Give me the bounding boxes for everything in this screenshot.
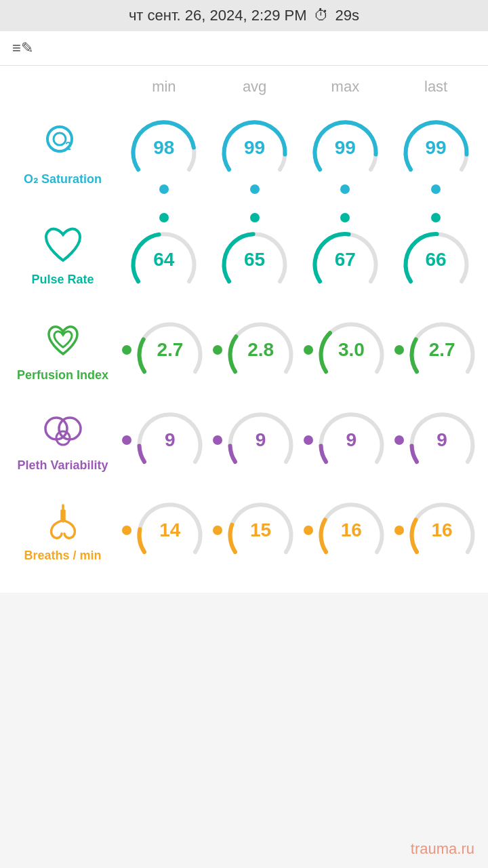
datetime-text: чт сент. 26, 2024, 2:29 PM [129, 7, 307, 24]
perfusion-name: Perfusion Index [17, 368, 108, 382]
pulse-max-value: 67 [335, 249, 356, 271]
pulse-icon [39, 221, 87, 269]
col-last: last [390, 78, 481, 96]
pleth-avg-gauge: 9 [213, 404, 296, 475]
o2-max-dot [340, 184, 350, 194]
perfusion-icon [39, 317, 87, 364]
pleth-max-dot [304, 435, 313, 445]
pulse-avg-dot-top [250, 213, 260, 222]
pleth-last-gauge: 9 [394, 404, 478, 475]
pulse-max-dot-top [340, 213, 350, 222]
breaths-last-gauge-svg: 16 [407, 494, 478, 566]
pleth-avg-value: 9 [256, 429, 266, 451]
breaths-min-value: 14 [159, 519, 180, 541]
pulse-avg-value: 65 [244, 249, 265, 271]
pulse-label: Pulse Rate [7, 221, 119, 287]
perfusion-last-gauge: 2.7 [394, 314, 478, 385]
pleth-last-gauge-svg: 9 [407, 404, 478, 475]
perfusion-min-gauge: 2.7 [122, 314, 205, 385]
pleth-min-value: 9 [165, 429, 176, 451]
o2-max-value: 99 [335, 137, 356, 159]
pulse-gauges: 64 65 [119, 213, 481, 295]
o2-avg-dot [250, 184, 260, 194]
perfusion-gauges: 2.7 2.8 [119, 314, 481, 385]
pleth-last-dot [394, 435, 404, 445]
breaths-gauges: 14 15 [119, 494, 481, 566]
perfusion-max-gauge-svg: 3.0 [316, 314, 387, 385]
pulse-min-dot-top [159, 213, 169, 222]
perf-min-dot [122, 345, 131, 355]
pleth-gauges: 9 9 [119, 404, 481, 475]
breaths-avg-gauge: 15 [213, 494, 296, 566]
o2-last-gauge: 99 [401, 112, 472, 194]
o2-icon: 2 [39, 120, 87, 167]
pulse-name: Pulse Rate [31, 273, 94, 287]
col-max: max [300, 78, 391, 96]
breaths-min-dot [122, 526, 131, 535]
o2-last-dot [431, 184, 441, 194]
perfusion-max-gauge: 3.0 [304, 314, 387, 385]
pleth-max-gauge: 9 [304, 404, 387, 475]
breaths-icon [39, 497, 87, 545]
perfusion-avg-gauge-svg: 2.8 [225, 314, 296, 385]
o2-avg-value: 99 [244, 137, 265, 159]
breaths-max-value: 16 [341, 519, 362, 541]
perf-last-dot [394, 345, 404, 355]
perfusion-max-value: 3.0 [338, 339, 365, 361]
breaths-min-gauge-svg: 14 [134, 494, 205, 566]
breaths-max-gauge-svg: 16 [316, 494, 387, 566]
perfusion-avg-gauge: 2.8 [213, 314, 296, 385]
pleth-max-gauge-svg: 9 [316, 404, 387, 475]
pulse-last-gauge: 66 [401, 213, 472, 295]
pulse-min-gauge: 64 [128, 213, 199, 295]
o2-max-gauge: 99 [310, 112, 381, 194]
pleth-avg-gauge-svg: 9 [225, 404, 296, 475]
o2-last-value: 99 [426, 137, 447, 159]
main-content: min avg max last 2 O₂ Saturation [0, 66, 488, 593]
pleth-last-value: 9 [436, 429, 447, 451]
o2-min-gauge: 98 [128, 112, 199, 194]
pulse-max-gauge-svg: 67 [310, 224, 381, 295]
pulse-min-value: 64 [153, 249, 174, 271]
o2-avg-gauge: 99 [219, 112, 290, 194]
breaths-max-gauge: 16 [304, 494, 387, 566]
pulse-last-dot-top [431, 213, 441, 222]
toolbar: ≡✎ [0, 31, 488, 66]
o2-min-dot [159, 184, 169, 194]
perfusion-last-value: 2.7 [429, 339, 455, 361]
menu-edit-icon[interactable]: ≡✎ [12, 39, 33, 56]
pleth-name: Pleth Variability [17, 458, 108, 473]
pleth-min-gauge-svg: 9 [134, 404, 205, 475]
pulse-avg-gauge-svg: 65 [219, 224, 290, 295]
o2-last-gauge-svg: 99 [401, 112, 472, 183]
pulse-min-gauge-svg: 64 [128, 224, 199, 295]
watermark: trauma.ru [411, 840, 474, 858]
pulse-row: Pulse Rate 64 [7, 208, 481, 300]
pulse-last-gauge-svg: 66 [401, 224, 472, 295]
breaths-last-value: 16 [432, 519, 453, 541]
perfusion-row: Perfusion Index 2.7 [7, 309, 481, 391]
status-bar: чт сент. 26, 2024, 2:29 PM ⏱ 29s [0, 0, 488, 31]
breaths-name: Breaths / min [24, 549, 101, 563]
pulse-avg-gauge: 65 [219, 213, 290, 295]
pleth-row: Pleth Variability 9 [7, 399, 481, 481]
svg-point-1 [54, 133, 66, 145]
breaths-avg-value: 15 [250, 519, 271, 541]
breaths-avg-dot [213, 526, 222, 535]
o2-min-gauge-svg: 98 [128, 112, 199, 183]
breaths-label: Breaths / min [7, 497, 119, 563]
col-min: min [119, 78, 209, 96]
pulse-max-gauge: 67 [310, 213, 381, 295]
breaths-max-dot [304, 526, 313, 535]
col-avg: avg [209, 78, 300, 96]
svg-text:2: 2 [65, 140, 71, 152]
pleth-min-gauge: 9 [122, 404, 205, 475]
o2-avg-gauge-svg: 99 [219, 112, 290, 183]
pulse-last-value: 66 [426, 249, 447, 271]
breaths-avg-gauge-svg: 15 [225, 494, 296, 566]
breaths-row: Breaths / min 14 [7, 489, 481, 571]
timer-text: 29s [336, 7, 359, 24]
perf-max-dot [304, 345, 313, 355]
perfusion-label: Perfusion Index [7, 317, 119, 382]
perfusion-avg-value: 2.8 [247, 339, 274, 361]
